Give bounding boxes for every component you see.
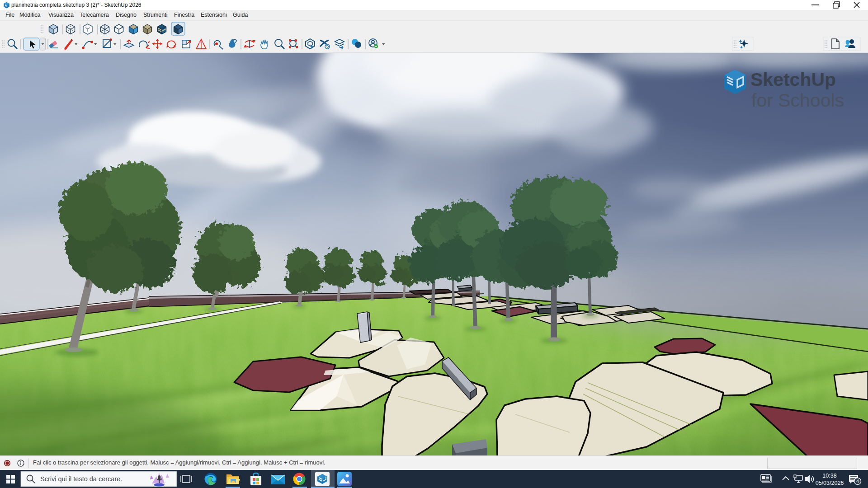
svg-text:05/03/2026: 05/03/2026	[816, 480, 844, 486]
svg-text:4: 4	[856, 479, 859, 484]
svg-text:10:38: 10:38	[822, 473, 836, 479]
svg-text:Scrivi qui il testo da cercare: Scrivi qui il testo da cercare.	[40, 475, 122, 483]
svg-text:for Schools: for Schools	[751, 90, 844, 111]
svg-text:SketchUp: SketchUp	[750, 69, 836, 90]
